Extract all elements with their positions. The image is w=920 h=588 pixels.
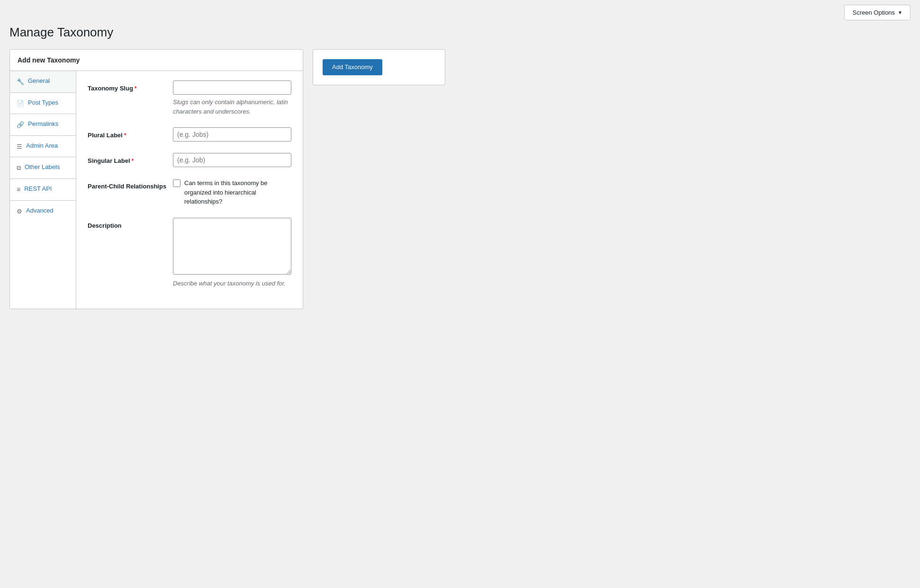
description-field: Describe what your taxonomy is used for. <box>173 218 291 288</box>
plural-label-label: Plural Label* <box>88 127 173 140</box>
description-hint: Describe what your taxonomy is used for. <box>173 279 291 288</box>
copy-icon <box>17 163 21 173</box>
taxonomy-slug-field: Slugs can only contain alphanumeric, lat… <box>173 80 291 116</box>
sidebar-item-admin-area[interactable]: Admin Area <box>10 136 76 158</box>
parent-child-checkbox[interactable] <box>173 179 180 187</box>
sidebar: General Post Types Permalinks Admin Area <box>10 71 76 309</box>
sidebar-item-post-types[interactable]: Post Types <box>10 93 76 115</box>
description-label: Description <box>88 218 173 230</box>
taxonomy-slug-label: Taxonomy Slug* <box>88 80 173 93</box>
parent-child-label: Parent-Child Relationships <box>88 178 173 191</box>
sidebar-item-rest-api-label: REST API <box>24 185 52 193</box>
wrench-icon <box>17 77 24 87</box>
singular-label-input[interactable] <box>173 153 291 167</box>
api-icon <box>17 185 20 195</box>
taxonomy-slug-input[interactable] <box>173 80 291 95</box>
link-icon <box>17 120 24 130</box>
required-indicator: * <box>135 85 137 92</box>
page-title: Manage Taxonomy <box>0 25 920 49</box>
panel-header: Add new Taxonomy <box>10 50 303 71</box>
screen-options-button[interactable]: Screen Options ▼ <box>844 5 911 20</box>
sidebar-item-post-types-label: Post Types <box>28 98 58 107</box>
sidebar-item-other-labels[interactable]: Other Labels <box>10 157 76 179</box>
parent-child-checkbox-row: Can terms in this taxonomy be organized … <box>173 178 291 206</box>
add-taxonomy-button[interactable]: Add Taxonomy <box>323 59 382 75</box>
singular-label-label: Singular Label* <box>88 153 173 165</box>
plural-label-input[interactable] <box>173 127 291 142</box>
right-panel: Add Taxonomy <box>313 49 445 309</box>
sidebar-item-general-label: General <box>28 77 50 85</box>
chevron-down-icon: ▼ <box>898 10 902 15</box>
singular-label-field <box>173 153 291 167</box>
left-panel: Add new Taxonomy General Post Types Perm… <box>9 49 303 309</box>
sidebar-item-permalinks-label: Permalinks <box>28 120 58 128</box>
required-indicator: * <box>124 132 126 139</box>
description-textarea[interactable] <box>173 218 291 275</box>
plural-label-row: Plural Label* <box>88 127 291 142</box>
taxonomy-slug-hint: Slugs can only contain alphanumeric, lat… <box>173 98 291 116</box>
right-panel-inner: Add Taxonomy <box>313 49 445 85</box>
sidebar-item-rest-api[interactable]: REST API <box>10 179 76 201</box>
description-row: Description Describe what your taxonomy … <box>88 218 291 288</box>
parent-child-row: Parent-Child Relationships Can terms in … <box>88 178 291 206</box>
sidebar-item-advanced[interactable]: Advanced <box>10 201 76 222</box>
sidebar-item-general[interactable]: General <box>10 71 76 93</box>
sidebar-item-admin-area-label: Admin Area <box>26 142 58 150</box>
plural-label-field <box>173 127 291 142</box>
panel-body: General Post Types Permalinks Admin Area <box>10 71 303 309</box>
sidebar-item-other-labels-label: Other Labels <box>25 163 60 171</box>
parent-child-field: Can terms in this taxonomy be organized … <box>173 178 291 206</box>
parent-child-checkbox-label[interactable]: Can terms in this taxonomy be organized … <box>184 178 291 206</box>
main-container: Add new Taxonomy General Post Types Perm… <box>0 49 920 319</box>
gear-icon <box>17 207 22 216</box>
screen-options-label: Screen Options <box>852 9 895 16</box>
taxonomy-slug-row: Taxonomy Slug* Slugs can only contain al… <box>88 80 291 116</box>
menu-icon <box>17 142 22 151</box>
form-area: Taxonomy Slug* Slugs can only contain al… <box>76 71 303 309</box>
required-indicator: * <box>132 157 134 164</box>
singular-label-row: Singular Label* <box>88 153 291 167</box>
doc-icon <box>17 99 24 108</box>
sidebar-item-advanced-label: Advanced <box>26 206 54 215</box>
sidebar-item-permalinks[interactable]: Permalinks <box>10 114 76 136</box>
